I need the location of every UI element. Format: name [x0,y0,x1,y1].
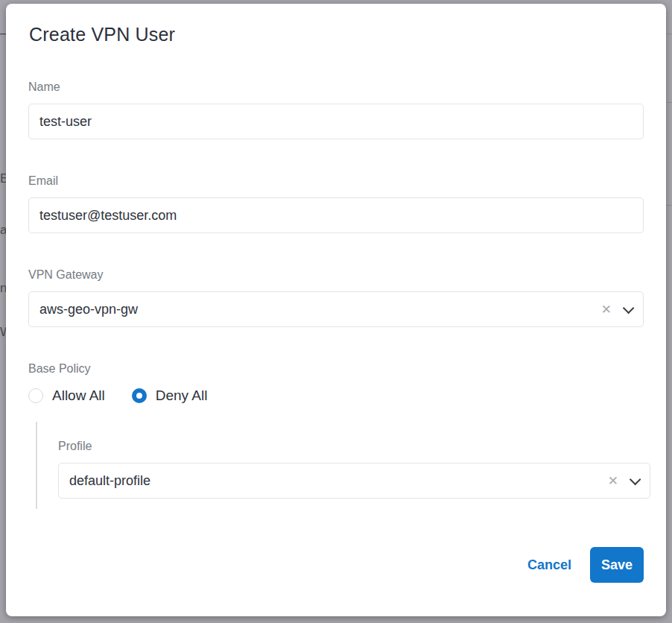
backdrop-fragment: — [0,27,6,39]
radio-selected-icon[interactable] [132,388,147,403]
base-policy-field-group: Base Policy Allow All Deny All [22,362,650,404]
create-vpn-user-dialog: Create VPN User Name Email VPN Gateway a… [6,4,666,616]
vpn-gateway-label: VPN Gateway [28,268,644,282]
dialog-footer: Cancel Save [22,547,650,583]
name-input[interactable] [28,104,644,139]
radio-option-deny-all[interactable]: Deny All [132,388,208,404]
name-field-group: Name [22,80,650,139]
vpn-gateway-selected-value: aws-geo-vpn-gw [39,302,138,317]
backdrop-row-line [666,102,672,103]
dialog-title: Create VPN User [22,24,650,45]
radio-label-deny-all: Deny All [156,388,208,404]
email-input[interactable] [28,197,644,233]
chevron-down-icon[interactable] [630,473,641,485]
clear-icon[interactable]: ✕ [608,475,618,487]
clear-icon[interactable]: ✕ [601,303,612,316]
backdrop-fragment: n [0,282,6,294]
vpn-gateway-field-group: VPN Gateway aws-geo-vpn-gw ✕ [22,268,650,327]
vpn-gateway-select[interactable]: aws-geo-vpn-gw ✕ [28,291,644,327]
save-button[interactable]: Save [590,547,644,583]
name-label: Name [28,80,644,94]
radio-unselected-icon[interactable] [28,388,43,403]
backdrop-fragment: W [0,326,6,338]
backdrop-fragment: a [0,224,6,236]
profile-label: Profile [58,440,650,453]
profile-select[interactable]: default-profile ✕ [58,463,650,499]
backdrop-fragment: E [0,172,6,185]
backdrop-row-line [666,205,672,206]
email-field-group: Email [22,174,650,233]
base-policy-radio-group: Allow All Deny All [28,388,644,404]
chevron-down-icon[interactable] [623,302,635,314]
base-policy-label: Base Policy [28,362,644,376]
cancel-button[interactable]: Cancel [527,557,571,573]
radio-option-allow-all[interactable]: Allow All [28,388,105,404]
backdrop-row-line [666,34,672,34]
email-label: Email [28,174,644,188]
profile-selected-value: default-profile [69,473,150,489]
radio-label-allow-all: Allow All [52,388,105,404]
profile-sub-section: Profile default-profile ✕ [36,422,650,509]
